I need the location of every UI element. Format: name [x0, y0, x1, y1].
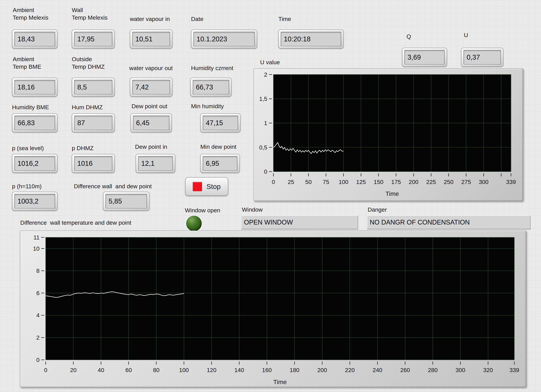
ambient-temp-bme-value: 18,16 [17, 83, 35, 91]
water-vapour-out-indicator: 7,42 [130, 78, 172, 97]
diff-wall-dew-value: 5,85 [109, 197, 122, 205]
q-label: Q [406, 33, 411, 40]
svg-text:100: 100 [179, 367, 189, 373]
window-status-label: Window [242, 206, 263, 213]
svg-text:6: 6 [36, 290, 40, 296]
dew-point-out-label: Dew point out [132, 102, 167, 110]
date-value: 10.1.2023 [197, 35, 227, 43]
dew-point-out-indicator: 6,45 [130, 113, 172, 132]
outside-temp-dhmz-label: Outside Temp DHMZ [72, 55, 105, 70]
humidity-bme-indicator: 66,83 [12, 113, 57, 132]
svg-text:80: 80 [153, 367, 160, 373]
svg-text:320: 320 [483, 367, 493, 373]
svg-text:Time: Time [273, 379, 287, 386]
min-dew-point-label: Min dew point [200, 143, 236, 150]
difference-chart-plot: 0204060801001201401601802002202402602803… [20, 231, 526, 387]
window-status-value: OPEN WINDOW [244, 219, 293, 226]
svg-text:25: 25 [288, 179, 294, 185]
water-vapour-out-value: 7,42 [135, 83, 149, 91]
svg-text:240: 240 [373, 367, 382, 373]
outside-temp-dhmz-indicator: 8,5 [72, 78, 115, 97]
min-humidity-indicator: 47,15 [200, 113, 240, 132]
svg-text:75: 75 [323, 179, 329, 185]
svg-text:8: 8 [36, 268, 40, 274]
min-dew-point-indicator: 6,95 [200, 154, 240, 173]
svg-text:150: 150 [374, 179, 383, 185]
p-sea-level-value: 1016,2 [17, 160, 38, 167]
ambient-temp-melexis-indicator: 18,43 [12, 30, 57, 48]
u-value-chart-plot: 025507510012515017520022525027530033900,… [254, 69, 523, 201]
water-vapour-in-indicator: 10,51 [130, 30, 172, 48]
u-value: 0,37 [467, 53, 480, 61]
svg-text:60: 60 [125, 367, 132, 373]
window-status-indicator: OPEN WINDOW [241, 215, 358, 229]
window-open-led-indicator [186, 216, 202, 231]
time-label: Time [278, 15, 291, 23]
u-value-chart: 025507510012515017520022525027530033900,… [254, 68, 523, 201]
svg-text:140: 140 [234, 367, 244, 373]
svg-text:100: 100 [339, 179, 348, 185]
svg-text:2: 2 [36, 334, 40, 341]
wall-temp-melexis-label: Wall Temp Melexis [72, 6, 108, 21]
humidity-bme-label: Humidity BME [12, 103, 49, 111]
dew-point-in-value: 12,1 [141, 160, 155, 167]
stop-square-icon [193, 182, 202, 191]
svg-text:180: 180 [290, 367, 299, 373]
svg-text:300: 300 [479, 179, 489, 185]
danger-status-value: NO DANGR OF CONDENSATION [370, 219, 470, 226]
wall-temp-melexis-indicator: 17,95 [72, 30, 115, 48]
p-h110-label: p (h=110m) [12, 182, 42, 190]
u-indicator: 0,37 [461, 48, 503, 67]
hum-dhmz-value: 87 [77, 119, 85, 127]
svg-text:1: 1 [264, 120, 267, 126]
svg-text:120: 120 [207, 367, 216, 373]
hum-dhmz-indicator: 87 [72, 113, 115, 132]
time-value: 10:20:18 [284, 35, 311, 43]
ambient-temp-bme-label: Ambient Temp BME [13, 55, 41, 70]
dew-point-out-value: 6,45 [136, 119, 150, 127]
svg-text:0,5: 0,5 [259, 144, 267, 151]
svg-text:339: 339 [506, 179, 516, 185]
min-humidity-label: Min humidity [191, 102, 224, 110]
svg-text:4: 4 [36, 312, 40, 319]
p-dhmz-indicator: 1016 [72, 154, 115, 173]
svg-text:Time: Time [385, 190, 399, 197]
u-value-chart-title: U value [260, 58, 280, 66]
diff-wall-dew-label: Difference wall and dew point [74, 182, 152, 190]
svg-text:40: 40 [98, 367, 104, 373]
svg-text:300: 300 [456, 367, 465, 373]
p-sea-level-label: p (sea level) [12, 144, 44, 152]
stop-button-label: Stop [207, 183, 221, 191]
ambient-temp-melexis-label: Ambient Temp Melexis [13, 6, 48, 21]
svg-text:0: 0 [36, 357, 40, 363]
wall-temp-melexis-value: 17,95 [77, 35, 94, 43]
ambient-temp-melexis-value: 18,43 [17, 35, 35, 43]
svg-text:10: 10 [33, 245, 40, 252]
svg-text:20: 20 [70, 367, 77, 373]
svg-text:200: 200 [409, 179, 418, 185]
svg-text:0: 0 [264, 168, 267, 175]
svg-text:11: 11 [33, 234, 40, 241]
svg-text:0: 0 [272, 179, 275, 185]
ambient-temp-bme-indicator: 18,16 [12, 78, 57, 97]
difference-chart: 0204060801001201401601802002202402602803… [20, 231, 526, 387]
stop-button[interactable]: Stop [185, 177, 228, 196]
svg-text:200: 200 [317, 367, 327, 373]
labview-front-panel: { "indicators": { "ambient_temp_melexis"… [0, 0, 541, 392]
difference-chart-title: Difference wall temperature and dew poin… [20, 219, 131, 227]
svg-text:339: 339 [510, 367, 519, 373]
p-h110-indicator: 1003,2 [12, 192, 57, 211]
p-sea-level-indicator: 1016,2 [12, 154, 57, 173]
window-open-label: Window open [185, 206, 220, 214]
dew-point-in-indicator: 12,1 [136, 154, 175, 173]
danger-status-indicator: NO DANGR OF CONDENSATION [367, 215, 531, 229]
svg-text:260: 260 [400, 367, 410, 373]
svg-text:225: 225 [426, 179, 436, 185]
min-dew-point-value: 6,95 [206, 160, 219, 167]
time-indicator: 10:20:18 [278, 30, 343, 48]
svg-text:275: 275 [461, 179, 471, 185]
outside-temp-dhmz-value: 8,5 [77, 83, 87, 91]
date-label: Date [191, 15, 203, 23]
diff-wall-dew-indicator: 5,85 [103, 192, 150, 211]
svg-text:50: 50 [305, 179, 312, 185]
